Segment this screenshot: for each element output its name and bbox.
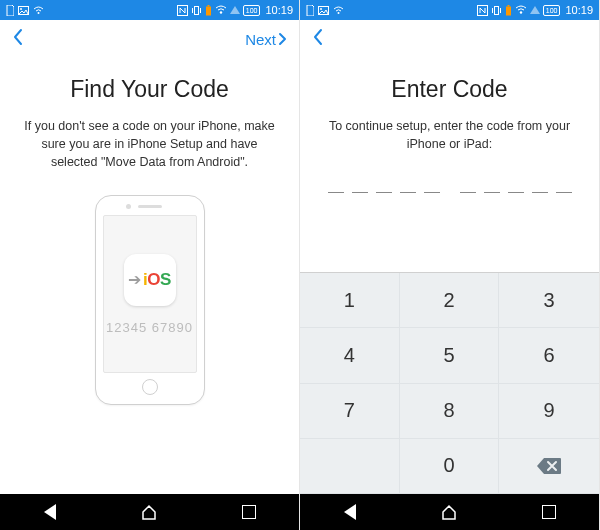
key-backspace[interactable] xyxy=(499,439,599,494)
svg-point-7 xyxy=(220,11,222,13)
page-title: Enter Code xyxy=(391,76,507,103)
backspace-icon xyxy=(536,457,562,475)
key-6[interactable]: 6 xyxy=(499,328,599,383)
status-right: 100 10:19 xyxy=(477,4,593,16)
back-button[interactable] xyxy=(312,28,324,51)
code-digit xyxy=(556,179,572,193)
screen-enter-code: 100 10:19 Enter Code To continue setup, … xyxy=(300,0,600,530)
home-button-graphic xyxy=(142,379,158,395)
vibrate-icon xyxy=(191,5,202,16)
battery-level: 100 xyxy=(243,5,261,16)
back-button[interactable] xyxy=(12,28,24,51)
status-right: 100 10:19 xyxy=(177,4,293,16)
move-to-ios-icon: ➔ iOS xyxy=(124,254,176,306)
android-navbar xyxy=(300,494,599,530)
app-header xyxy=(300,20,599,58)
phone-illustration: ➔ iOS 12345 67890 xyxy=(95,195,205,405)
page-subtitle: If you don't see a code on your iPhone, … xyxy=(22,117,277,171)
nav-back-button[interactable] xyxy=(42,504,58,520)
svg-point-9 xyxy=(320,8,322,10)
key-7[interactable]: 7 xyxy=(300,384,400,439)
key-0[interactable]: 0 xyxy=(400,439,500,494)
content-area: Find Your Code If you don't see a code o… xyxy=(0,58,299,494)
battery-level: 100 xyxy=(543,5,561,16)
battery-saver-icon xyxy=(505,5,512,16)
key-5[interactable]: 5 xyxy=(400,328,500,383)
code-digit xyxy=(400,179,416,193)
next-label: Next xyxy=(245,31,276,48)
svg-rect-4 xyxy=(194,6,198,14)
svg-point-2 xyxy=(38,12,40,14)
signal-icon xyxy=(230,6,240,14)
android-navbar xyxy=(0,494,299,530)
status-left xyxy=(306,5,344,16)
page-title: Find Your Code xyxy=(70,76,229,103)
picture-icon xyxy=(318,6,329,15)
android-status-bar: 100 10:19 xyxy=(0,0,299,20)
nav-back-button[interactable] xyxy=(342,504,358,520)
key-8[interactable]: 8 xyxy=(400,384,500,439)
nav-recent-button[interactable] xyxy=(541,504,557,520)
numeric-keypad: 1 2 3 4 5 6 7 8 9 0 xyxy=(300,272,599,494)
svg-rect-6 xyxy=(207,5,209,7)
wifi-icon xyxy=(215,5,227,15)
nfc-icon xyxy=(477,5,488,16)
sim-icon xyxy=(306,5,314,16)
code-input[interactable] xyxy=(328,179,572,193)
wifi-icon xyxy=(515,5,527,15)
nav-home-button[interactable] xyxy=(141,504,157,520)
next-button[interactable]: Next xyxy=(245,31,287,48)
signal-icon xyxy=(530,6,540,14)
wifi-small-icon xyxy=(33,6,44,15)
arrow-right-icon: ➔ xyxy=(128,270,141,289)
status-left xyxy=(6,5,44,16)
picture-icon xyxy=(18,6,29,15)
svg-rect-13 xyxy=(506,6,511,15)
code-digit xyxy=(532,179,548,193)
code-digit xyxy=(424,179,440,193)
nfc-icon xyxy=(177,5,188,16)
code-digit xyxy=(352,179,368,193)
battery-saver-icon xyxy=(205,5,212,16)
vibrate-icon xyxy=(491,5,502,16)
svg-point-1 xyxy=(20,8,22,10)
code-digit xyxy=(484,179,500,193)
key-blank xyxy=(300,439,400,494)
nav-recent-button[interactable] xyxy=(241,504,257,520)
code-digit xyxy=(328,179,344,193)
wifi-small-icon xyxy=(333,6,344,15)
svg-rect-5 xyxy=(206,6,211,15)
sim-icon xyxy=(6,5,14,16)
clock: 10:19 xyxy=(265,4,293,16)
nav-home-button[interactable] xyxy=(441,504,457,520)
content-area: Enter Code To continue setup, enter the … xyxy=(300,58,599,272)
code-digit xyxy=(508,179,524,193)
key-1[interactable]: 1 xyxy=(300,273,400,328)
svg-point-15 xyxy=(520,11,522,13)
screen-find-your-code: 100 10:19 Next Find Your Code If you don… xyxy=(0,0,300,530)
svg-point-10 xyxy=(338,12,340,14)
code-digit xyxy=(376,179,392,193)
android-status-bar: 100 10:19 xyxy=(300,0,599,20)
key-4[interactable]: 4 xyxy=(300,328,400,383)
clock: 10:19 xyxy=(565,4,593,16)
svg-rect-14 xyxy=(507,5,509,7)
sample-code: 12345 67890 xyxy=(106,320,193,335)
key-2[interactable]: 2 xyxy=(400,273,500,328)
code-digit xyxy=(460,179,476,193)
key-9[interactable]: 9 xyxy=(499,384,599,439)
key-3[interactable]: 3 xyxy=(499,273,599,328)
page-subtitle: To continue setup, enter the code from y… xyxy=(322,117,577,153)
svg-rect-12 xyxy=(494,6,498,14)
app-header: Next xyxy=(0,20,299,58)
